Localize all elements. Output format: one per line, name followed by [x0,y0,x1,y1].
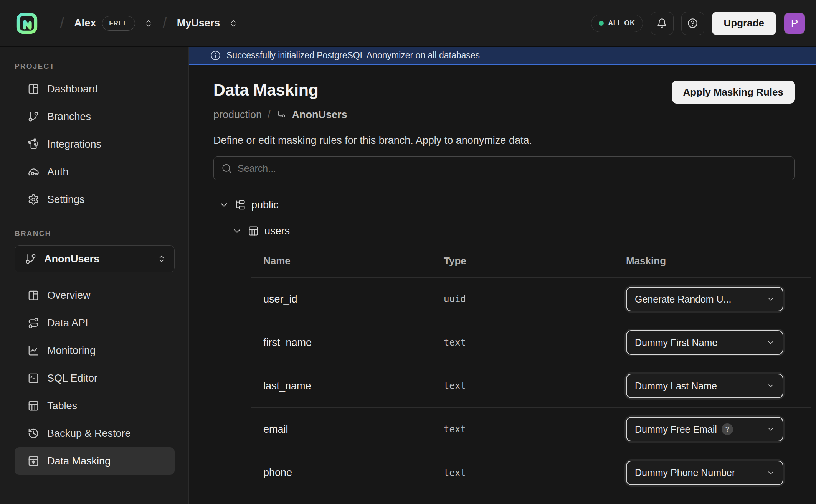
data-masking-icon [28,455,39,467]
masking-rule-value: Generate Random U... [635,294,732,305]
table-row: phone text Dummy Phone Number ? [251,451,811,494]
sidebar-item-data-api[interactable]: Data API [15,309,175,337]
sidebar: PROJECT Dashboard Branches Integrations … [0,47,189,504]
sidebar-item-dashboard[interactable]: Dashboard [15,75,175,103]
top-bar: / Alex FREE / MyUsers ALL OK Upgrade P [0,0,816,47]
column-name: phone [263,467,444,479]
apply-masking-rules-button[interactable]: Apply Masking Rules [672,81,795,104]
integrations-icon [28,138,39,150]
help-button[interactable] [681,12,704,35]
sidebar-item-data-masking[interactable]: Data Masking [15,447,175,475]
main-content: Successfully initialized PostgreSQL Anon… [189,47,816,504]
status-dot [599,21,604,26]
table-row: last_name text Dummy Last Name ? [251,364,811,408]
column-type: text [444,337,626,348]
columns-table: Name Type Masking user_id uuid Generate … [251,245,811,494]
page-title: Data Masking [213,81,319,99]
bell-icon [657,18,667,28]
sidebar-item-backup-restore[interactable]: Backup & Restore [15,420,175,447]
chevron-down-icon [766,425,775,433]
column-type: text [444,468,626,478]
column-type: text [444,424,626,435]
masking-rule-value: Dummy Phone Number [635,467,735,478]
info-icon [210,50,221,61]
project-nav: Dashboard Branches Integrations Auth Set… [15,75,175,213]
sql-editor-icon [28,372,39,384]
sidebar-item-branches[interactable]: Branches [15,103,175,130]
help-icon[interactable]: ? [722,423,733,435]
sidebar-item-settings[interactable]: Settings [15,186,175,213]
chevron-down-icon [766,382,775,390]
header-separator: / [163,15,167,32]
project-name: MyUsers [177,17,220,29]
page-description: Define or edit masking rules for this br… [213,135,795,147]
table-row: email text Dummy Free Email ? [251,408,811,451]
table-body: user_id uuid Generate Random U... ? firs… [251,278,811,494]
header-separator: / [60,15,64,32]
banner-text: Successfully initialized PostgreSQL Anon… [226,50,480,61]
masking-rule-select[interactable]: Generate Random U... ? [626,287,783,311]
table-header-row: Name Type Masking [251,245,811,278]
breadcrumb-separator: / [268,109,271,121]
sidebar-item-sql-editor[interactable]: SQL Editor [15,364,175,392]
sidebar-item-auth[interactable]: Auth [15,158,175,186]
org-selector[interactable]: Alex FREE [74,16,152,31]
header-type: Type [444,255,626,267]
settings-icon [28,194,39,205]
monitoring-icon [28,345,39,356]
project-section-label: PROJECT [15,62,175,71]
data-api-icon [28,317,39,329]
masking-rule-select[interactable]: Dummy Free Email ? [626,417,783,441]
branches-icon [25,253,36,265]
chevron-down-icon [219,200,229,210]
branch-selector-value: AnonUsers [44,253,150,265]
upgrade-button[interactable]: Upgrade [712,12,776,35]
tree-node-table[interactable]: users [232,223,795,239]
column-name: email [263,423,444,435]
org-name: Alex [74,17,96,29]
branch-section-label: BRANCH [15,229,175,238]
masking-rule-value: Dummy First Name [635,337,717,348]
tables-icon [28,400,39,412]
sidebar-item-overview[interactable]: Overview [15,282,175,309]
tree-node-schema[interactable]: public [219,197,795,212]
breadcrumb-current: AnonUsers [292,109,347,121]
masking-rule-value: Dummy Free Email [635,424,717,435]
masking-rule-select[interactable]: Dummy First Name ? [626,330,783,355]
chevron-down-icon [232,226,242,236]
branch-child-icon [276,110,286,120]
masking-rule-select[interactable]: Dummy Last Name ? [626,374,783,398]
search-input[interactable] [213,156,795,180]
neon-logo-icon[interactable] [15,12,38,35]
header-masking: Masking [626,255,811,267]
schema-name: public [251,199,279,211]
help-icon [687,18,698,28]
status-text: ALL OK [608,19,635,27]
chevron-down-icon [766,338,775,347]
dashboard-icon [28,83,39,95]
success-banner: Successfully initialized PostgreSQL Anon… [189,47,816,65]
column-name: last_name [263,380,444,392]
system-status-pill[interactable]: ALL OK [591,15,643,32]
header-name: Name [263,255,444,267]
notifications-button[interactable] [651,12,674,35]
breadcrumb-parent[interactable]: production [213,109,262,121]
column-name: user_id [263,293,444,305]
plan-badge: FREE [102,16,135,31]
branches-icon [28,111,39,122]
chevrons-up-down-icon [157,254,166,264]
chevron-down-icon [766,295,775,303]
branch-selector[interactable]: AnonUsers [15,245,175,272]
column-type: text [444,380,626,391]
breadcrumb: production / AnonUsers [213,109,795,121]
masking-rule-select[interactable]: Dummy Phone Number ? [626,461,783,485]
chevron-down-icon [766,469,775,477]
sidebar-item-integrations[interactable]: Integrations [15,130,175,158]
table-name: users [264,225,290,237]
user-avatar[interactable]: P [784,13,805,34]
sidebar-item-monitoring[interactable]: Monitoring [15,337,175,364]
backup-restore-icon [28,428,39,439]
sidebar-item-tables[interactable]: Tables [15,392,175,420]
project-selector[interactable]: MyUsers [177,17,238,29]
overview-icon [28,290,39,301]
